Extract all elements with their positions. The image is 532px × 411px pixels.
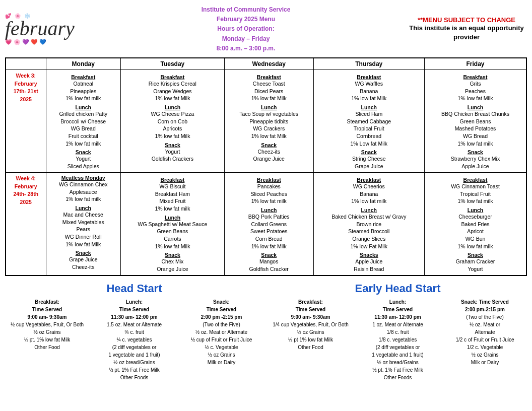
col-header-thursday: Thursday <box>313 58 424 70</box>
menu-change-alert: **MENU SUBJECT TO CHANGE <box>406 16 527 24</box>
week4-friday: Breakfast WG Cinnamon Toast Tropical Fru… <box>424 172 526 275</box>
week4-label: Week 4: February 24th- 28th 2025 <box>6 172 46 275</box>
week3-label: Week 3: February 17th- 21st 2025 <box>6 70 46 172</box>
page-header: 💕 🌸 ❄️ february 💗 🌸 💜 ❤️ 💙 Institute of … <box>5 5 527 53</box>
week3-wednesday: Breakfast Cheese Toast Diced Pears 1% lo… <box>224 70 313 172</box>
ehs-snack-col: Snack: Time Served 2:00 pm-2:15 pm (Two … <box>443 298 527 381</box>
week3-tuesday: Breakfast Rice Krispies Cereal Orange We… <box>120 70 224 172</box>
week3-monday: Breakfast Oatmeal Pineapples 1% low fat … <box>46 70 120 172</box>
menu-table: Monday Tuesday Wednesday Thursday Friday… <box>5 57 527 276</box>
col-header-friday: Friday <box>424 58 526 70</box>
week4-tuesday: Breakfast WG Biscuit Breakfast Ham Mixed… <box>120 172 224 275</box>
col-header-monday: Monday <box>46 58 120 70</box>
head-start-meal-row: Breakfast: Time Served 9:00 am- 9:30am ½… <box>5 298 263 381</box>
hs-lunch-col: Lunch: Time Served 11:30 am- 12:00 pm 1.… <box>92 298 176 381</box>
ehs-breakfast-col: Breakfast: Time Served 9:00 am- 9:30am 1… <box>269 298 353 381</box>
week3-thursday: Breakfast WG Waffles Banana 1% low fat M… <box>313 70 424 172</box>
week4-thursday: Breakfast WG Cheerios Banana 1% low fat … <box>313 172 424 275</box>
week4-row: Week 4: February 24th- 28th 2025 Meatles… <box>6 172 526 275</box>
col-header-tuesday: Tuesday <box>120 58 224 70</box>
header-right-info: **MENU SUBJECT TO CHANGE This institute … <box>406 16 527 42</box>
equal-opp-text: This institute is an equal opportunity p… <box>406 24 527 42</box>
ehs-lunch-col: Lunch: Time Served 11:30 am- 12:00 pm 1 … <box>356 298 440 381</box>
week4-wednesday: Breakfast Pancakes Sliced Peaches 1% low… <box>224 172 313 275</box>
head-start-title: Head Start <box>5 282 263 295</box>
hs-snack-col: Snack: Time Served 2:00 pm -2:15 pm (Two… <box>179 298 263 381</box>
early-head-start-title: Early Head Start <box>269 282 527 295</box>
week3-friday: Breakfast Grits Peaches 1% low fat Milk … <box>424 70 526 172</box>
logo-text: february <box>5 17 75 40</box>
header-center-info: Institute of Community Service February … <box>202 5 291 53</box>
head-start-block: Head Start Breakfast: Time Served 9:00 a… <box>5 282 263 381</box>
week3-row: Week 3: February 17th- 21st 2025 Breakfa… <box>6 70 526 172</box>
week4-monday: Meatless Monday WG Cinnamon Chex Applesa… <box>46 172 120 275</box>
col-header-empty <box>6 58 46 70</box>
early-head-start-block: Early Head Start Breakfast: Time Served … <box>269 282 527 381</box>
logo-block: 💕 🌸 ❄️ february 💗 🌸 💜 ❤️ 💙 <box>5 13 86 45</box>
bottom-section: Head Start Breakfast: Time Served 9:00 a… <box>5 282 527 381</box>
ehs-meal-row: Breakfast: Time Served 9:00 am- 9:30am 1… <box>269 298 527 381</box>
hs-breakfast-col: Breakfast: Time Served 9:00 am- 9:30am ½… <box>5 298 89 381</box>
col-header-wednesday: Wednesday <box>224 58 313 70</box>
